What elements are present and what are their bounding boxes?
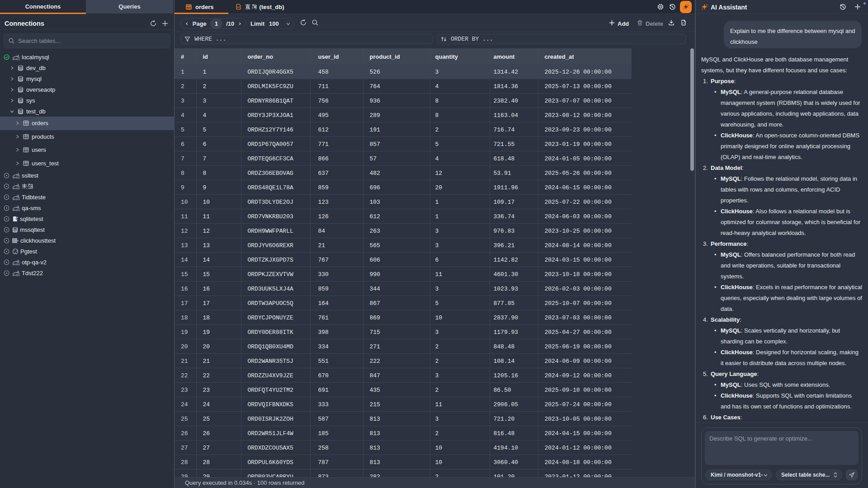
svg-text:MySQL: MySQL [13,57,20,60]
svg-text:MySQL: MySQL [13,187,20,189]
svg-text:MySQL: MySQL [13,197,20,200]
svg-text:MySQL: MySQL [13,208,20,211]
svg-text:MySQL: MySQL [13,263,20,265]
svg-text:MySQL: MySQL [13,273,20,276]
svg-text:MySQL: MySQL [13,176,20,178]
